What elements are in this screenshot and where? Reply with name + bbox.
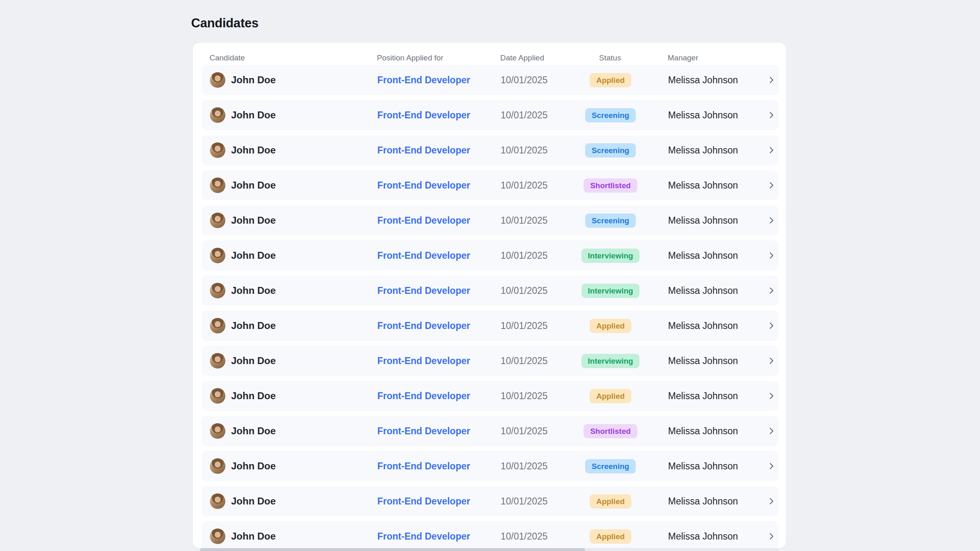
status-cell: Screening xyxy=(582,459,639,473)
candidate-table-row[interactable]: John Doe Front-End Developer 10/01/2025 … xyxy=(201,521,779,548)
chevron-right-icon xyxy=(767,532,776,541)
candidate-table-row[interactable]: John Doe Front-End Developer 10/01/2025 … xyxy=(201,451,779,481)
candidate-cell: John Doe xyxy=(210,178,377,193)
column-header-manager: Manager xyxy=(639,53,764,62)
status-cell: Screening xyxy=(582,108,639,122)
status-cell: Applied xyxy=(582,494,639,509)
candidate-table-row[interactable]: John Doe Front-End Developer 10/01/2025 … xyxy=(201,416,779,446)
column-header-status: Status xyxy=(581,53,639,62)
position-cell: Front-End Developer xyxy=(377,496,501,507)
row-actions-cell xyxy=(764,251,779,260)
row-actions-cell xyxy=(764,286,779,295)
table-body: John Doe Front-End Developer 10/01/2025 … xyxy=(193,65,786,548)
chevron-right-icon xyxy=(767,321,776,330)
candidate-table-row[interactable]: John Doe Front-End Developer 10/01/2025 … xyxy=(201,311,779,341)
candidate-table-row[interactable]: John Doe Front-End Developer 10/01/2025 … xyxy=(201,170,779,200)
candidate-cell: John Doe xyxy=(210,248,377,263)
chevron-right-icon xyxy=(767,251,776,260)
candidate-name: John Doe xyxy=(231,390,276,402)
manager-cell: Melissa Johnson xyxy=(639,285,764,296)
position-link[interactable]: Front-End Developer xyxy=(377,355,470,366)
candidate-cell: John Doe xyxy=(210,529,377,544)
candidate-name: John Doe xyxy=(231,180,276,191)
position-link[interactable]: Front-End Developer xyxy=(377,496,470,507)
candidate-avatar xyxy=(210,493,225,509)
candidate-cell: John Doe xyxy=(210,388,377,404)
status-badge: Shortlisted xyxy=(584,424,637,438)
chevron-right-icon xyxy=(767,391,776,400)
status-cell: Screening xyxy=(582,143,639,158)
date-applied-cell: 10/01/2025 xyxy=(501,320,582,331)
position-link[interactable]: Front-End Developer xyxy=(377,426,470,436)
row-actions-cell xyxy=(764,181,779,190)
status-badge: Screening xyxy=(585,213,636,228)
manager-cell: Melissa Johnson xyxy=(639,75,764,86)
candidate-name: John Doe xyxy=(231,109,276,121)
status-badge: Applied xyxy=(590,494,631,509)
candidate-avatar xyxy=(210,142,225,158)
row-actions-cell xyxy=(764,76,779,84)
status-badge: Shortlisted xyxy=(584,178,637,193)
position-cell: Front-End Developer xyxy=(377,215,501,226)
position-link[interactable]: Front-End Developer xyxy=(377,215,470,226)
position-link[interactable]: Front-End Developer xyxy=(377,75,470,85)
candidate-avatar xyxy=(210,72,225,88)
candidate-cell: John Doe xyxy=(210,493,377,509)
position-cell: Front-End Developer xyxy=(377,145,501,156)
candidate-name: John Doe xyxy=(231,425,276,437)
position-link[interactable]: Front-End Developer xyxy=(377,110,470,120)
horizontal-scrollbar-track[interactable] xyxy=(200,548,779,551)
position-cell: Front-End Developer xyxy=(377,110,501,121)
status-cell: Applied xyxy=(582,319,639,333)
candidates-table-card: Candidate Position Applied for Date Appl… xyxy=(193,43,786,548)
position-link[interactable]: Front-End Developer xyxy=(377,180,470,191)
candidate-table-row[interactable]: John Doe Front-End Developer 10/01/2025 … xyxy=(201,276,779,306)
candidate-cell: John Doe xyxy=(210,107,377,123)
position-link[interactable]: Front-End Developer xyxy=(377,391,470,401)
candidate-table-row[interactable]: John Doe Front-End Developer 10/01/2025 … xyxy=(201,486,779,516)
candidate-cell: John Doe xyxy=(210,353,377,369)
row-actions-cell xyxy=(764,497,779,506)
position-link[interactable]: Front-End Developer xyxy=(377,285,470,296)
date-applied-cell: 10/01/2025 xyxy=(501,180,582,191)
candidate-avatar xyxy=(210,529,225,544)
candidate-table-row[interactable]: John Doe Front-End Developer 10/01/2025 … xyxy=(201,240,779,271)
candidate-cell: John Doe xyxy=(210,423,377,439)
position-link[interactable]: Front-End Developer xyxy=(377,250,470,261)
status-cell: Applied xyxy=(582,389,639,403)
candidate-name: John Doe xyxy=(231,144,276,156)
horizontal-scrollbar-thumb[interactable] xyxy=(200,548,585,551)
position-cell: Front-End Developer xyxy=(377,426,501,437)
chevron-right-icon xyxy=(767,216,776,225)
row-actions-cell xyxy=(764,146,779,155)
candidate-table-row[interactable]: John Doe Front-End Developer 10/01/2025 … xyxy=(201,381,779,411)
row-actions-cell xyxy=(764,356,779,365)
position-link[interactable]: Front-End Developer xyxy=(377,531,470,542)
date-applied-cell: 10/01/2025 xyxy=(501,531,582,542)
status-cell: Shortlisted xyxy=(582,424,639,438)
position-link[interactable]: Front-End Developer xyxy=(377,461,470,471)
candidate-table-row[interactable]: John Doe Front-End Developer 10/01/2025 … xyxy=(201,135,779,165)
candidate-table-row[interactable]: John Doe Front-End Developer 10/01/2025 … xyxy=(201,205,779,236)
position-link[interactable]: Front-End Developer xyxy=(377,145,470,156)
position-cell: Front-End Developer xyxy=(377,320,501,331)
position-link[interactable]: Front-End Developer xyxy=(377,320,470,331)
candidate-table-row[interactable]: John Doe Front-End Developer 10/01/2025 … xyxy=(201,65,779,95)
status-badge: Applied xyxy=(590,73,631,87)
candidate-table-row[interactable]: John Doe Front-End Developer 10/01/2025 … xyxy=(201,100,779,130)
candidate-name: John Doe xyxy=(231,531,276,542)
chevron-right-icon xyxy=(767,427,776,435)
status-badge: Applied xyxy=(590,529,631,544)
status-cell: Shortlisted xyxy=(582,178,639,193)
date-applied-cell: 10/01/2025 xyxy=(501,110,582,121)
position-cell: Front-End Developer xyxy=(377,285,501,296)
status-badge: Screening xyxy=(585,143,636,158)
candidate-avatar xyxy=(210,213,225,228)
manager-cell: Melissa Johnson xyxy=(639,531,764,542)
candidate-table-row[interactable]: John Doe Front-End Developer 10/01/2025 … xyxy=(201,346,779,376)
status-badge: Screening xyxy=(585,108,636,122)
candidate-name: John Doe xyxy=(231,495,276,507)
candidate-avatar xyxy=(210,318,225,333)
date-applied-cell: 10/01/2025 xyxy=(501,426,582,437)
status-cell: Interviewing xyxy=(582,249,639,263)
